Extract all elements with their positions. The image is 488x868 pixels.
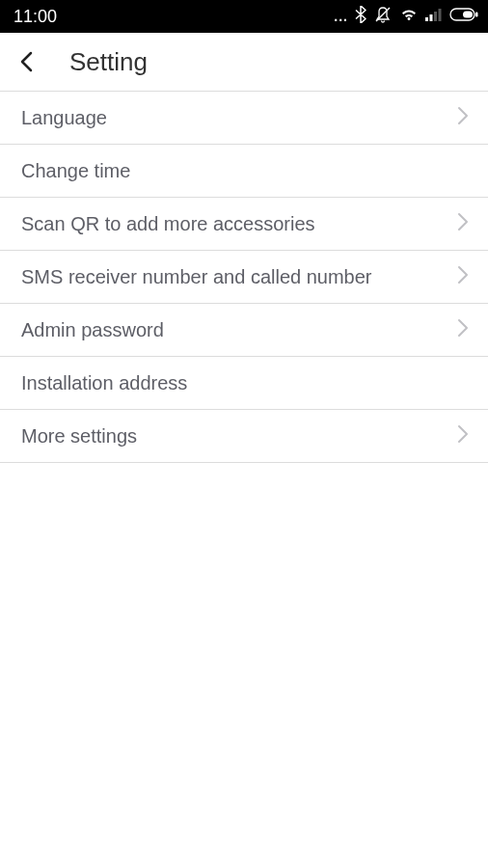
svg-rect-1 xyxy=(425,17,428,21)
app-header: Setting xyxy=(0,33,488,91)
settings-item-label: Change time xyxy=(21,158,149,183)
settings-item-label: Installation address xyxy=(21,370,206,395)
status-icons: ... xyxy=(334,6,478,27)
wifi-icon xyxy=(399,7,419,26)
status-bar: 11:00 ... xyxy=(0,0,488,33)
settings-item-sms-number[interactable]: SMS receiver number and called number xyxy=(0,251,488,304)
settings-item-more-settings[interactable]: More settings xyxy=(0,410,488,463)
back-button[interactable] xyxy=(12,46,41,77)
settings-item-scan-qr[interactable]: Scan QR to add more accessories xyxy=(0,198,488,251)
page-title: Setting xyxy=(69,47,148,77)
svg-rect-6 xyxy=(463,12,473,18)
settings-item-language[interactable]: Language xyxy=(0,91,488,145)
chevron-right-icon xyxy=(457,424,469,448)
more-dots-icon: ... xyxy=(334,9,348,24)
status-time: 11:00 xyxy=(14,7,57,27)
settings-item-label: More settings xyxy=(21,423,156,448)
settings-item-label: Scan QR to add more accessories xyxy=(21,211,335,236)
vibrate-mute-icon xyxy=(373,6,393,27)
chevron-left-icon xyxy=(19,50,33,73)
settings-item-change-time[interactable]: Change time xyxy=(0,145,488,198)
settings-item-admin-password[interactable]: Admin password xyxy=(0,304,488,357)
svg-rect-4 xyxy=(439,9,442,21)
settings-item-label: Admin password xyxy=(21,317,183,342)
chevron-right-icon xyxy=(457,106,469,129)
signal-icon xyxy=(425,8,443,25)
battery-icon xyxy=(449,8,478,25)
settings-item-label: Language xyxy=(21,105,126,130)
chevron-right-icon xyxy=(457,318,469,341)
svg-rect-3 xyxy=(434,12,437,21)
bluetooth-icon xyxy=(355,6,366,27)
chevron-right-icon xyxy=(457,265,469,288)
svg-rect-2 xyxy=(430,14,433,21)
settings-item-installation-address[interactable]: Installation address xyxy=(0,357,488,410)
svg-rect-7 xyxy=(475,13,478,17)
settings-item-label: SMS receiver number and called number xyxy=(21,264,392,289)
chevron-right-icon xyxy=(457,212,469,235)
settings-list: LanguageChange timeScan QR to add more a… xyxy=(0,91,488,463)
